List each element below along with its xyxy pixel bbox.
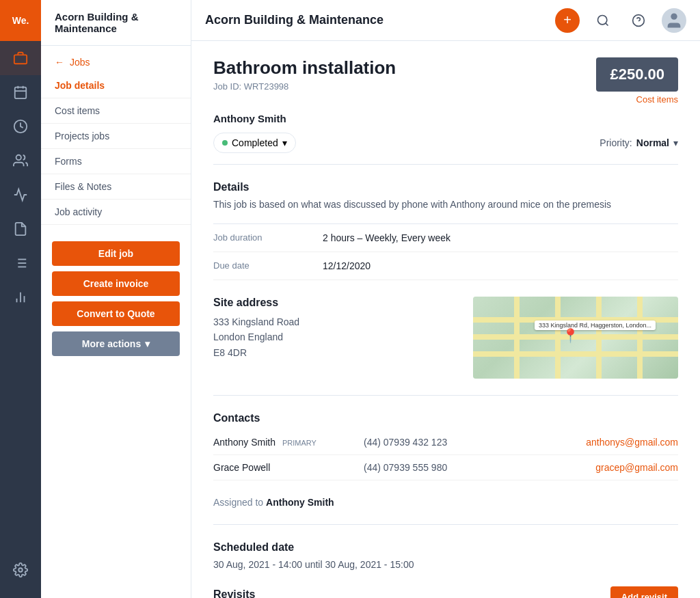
back-arrow: ← xyxy=(55,57,64,68)
job-id: Job ID: WRT23998 xyxy=(213,81,396,92)
due-date-label: Due date xyxy=(213,252,323,280)
nav-users[interactable] xyxy=(0,144,41,178)
contact-email-0[interactable]: anthonys@gmail.com xyxy=(586,437,678,448)
info-grid: Job duration 2 hours – Weekly, Every wee… xyxy=(213,223,678,280)
sidebar-item-files-notes[interactable]: Files & Notes xyxy=(41,174,191,200)
edit-job-button[interactable]: Edit job xyxy=(52,241,180,266)
contact-email-1[interactable]: gracep@gmail.com xyxy=(595,462,678,473)
add-revisit-button[interactable]: Add revisit xyxy=(610,586,678,598)
status-label: Completed xyxy=(232,137,278,148)
job-price: £250.00 xyxy=(596,57,678,92)
scheduled-section: Scheduled date 30 Aug, 2021 - 14:00 unti… xyxy=(213,541,678,570)
priority-label: Priority: xyxy=(600,137,632,148)
app-logo: We. xyxy=(0,0,41,41)
job-title-block: Bathroom installation Job ID: WRT23998 xyxy=(213,57,396,92)
assigned-row: Assigned to Anthony Smith xyxy=(213,497,678,525)
scheduled-date: 30 Aug, 2021 - 14:00 until 30 Aug, 2021 … xyxy=(213,559,678,570)
nav-list[interactable] xyxy=(0,246,41,280)
details-description: This job is based on what was discussed … xyxy=(213,199,678,210)
svg-point-21 xyxy=(671,13,677,19)
topbar: Acorn Building & Maintenance + xyxy=(191,0,700,41)
map: 333 Kingsland Rd, Haggerston, London... … xyxy=(473,297,678,379)
topbar-company: Acorn Building & Maintenance xyxy=(205,13,544,27)
status-badge[interactable]: Completed ▾ xyxy=(213,133,296,153)
svg-rect-1 xyxy=(15,87,27,99)
create-invoice-button[interactable]: Create invoice xyxy=(52,271,180,296)
details-title: Details xyxy=(213,181,678,193)
sidebar: Acorn Building & Maintenance ← Jobs Job … xyxy=(41,0,191,598)
sidebar-item-job-details[interactable]: Job details xyxy=(41,73,191,98)
duration-label: Job duration xyxy=(213,224,323,252)
nav-briefcase[interactable] xyxy=(0,41,41,75)
nav-analytics[interactable] xyxy=(0,280,41,314)
svg-point-6 xyxy=(16,155,21,160)
main-content: Acorn Building & Maintenance + Bathroom … xyxy=(191,0,700,598)
address-line1: 333 Kingsland Road xyxy=(213,314,457,329)
contacts-section: Contacts Anthony Smith PRIMARY (44) 0793… xyxy=(213,412,678,480)
nav-calendar[interactable] xyxy=(0,75,41,109)
help-icon[interactable] xyxy=(626,8,651,33)
company-name: Acorn Building & Maintenance xyxy=(41,0,191,46)
assigned-label: Assigned to xyxy=(213,497,263,508)
user-avatar[interactable] xyxy=(662,8,686,33)
duration-value: 2 hours – Weekly, Every week xyxy=(323,224,678,252)
revisits-section: Revisits Add revisit DATE DURATION ASSIG… xyxy=(213,586,678,598)
nav-reports[interactable] xyxy=(0,178,41,212)
contact-row-0: Anthony Smith PRIMARY (44) 07939 432 123… xyxy=(213,430,678,455)
address-line2: London England xyxy=(213,329,457,344)
add-button[interactable]: + xyxy=(555,8,580,33)
contact-row-1: Grace Powell (44) 07939 555 980 gracep@g… xyxy=(213,455,678,480)
revisits-title: Revisits xyxy=(213,588,255,599)
job-price-block: £250.00 Cost items xyxy=(596,57,678,105)
priority-value: Normal xyxy=(636,137,669,148)
contact-phone-0: (44) 07939 432 123 xyxy=(364,437,586,448)
job-title: Bathroom installation xyxy=(213,57,396,79)
scheduled-title: Scheduled date xyxy=(213,541,678,554)
site-address-section: Site address 333 Kingsland Road London E… xyxy=(213,297,678,396)
more-actions-label: More actions xyxy=(82,338,141,349)
assigned-person: Anthony Smith xyxy=(266,497,334,508)
contacts-title: Contacts xyxy=(213,412,678,424)
job-header: Bathroom installation Job ID: WRT23998 £… xyxy=(213,57,678,105)
status-row: Completed ▾ Priority: Normal ▾ xyxy=(213,133,678,165)
sidebar-actions: Edit job Create invoice Convert to Quote… xyxy=(41,230,191,367)
contact-name-1: Grace Powell xyxy=(213,462,364,473)
convert-to-quote-button[interactable]: Convert to Quote xyxy=(52,301,180,326)
due-date-value: 12/12/2020 xyxy=(323,252,678,280)
svg-point-16 xyxy=(18,568,23,572)
assignee-name: Anthony Smith xyxy=(213,113,678,124)
map-pin-icon: 📍 xyxy=(562,327,579,344)
status-dot xyxy=(222,140,228,146)
sidebar-item-projects-jobs[interactable]: Projects jobs xyxy=(41,124,191,149)
sidebar-item-job-activity[interactable]: Job activity xyxy=(41,200,191,225)
chevron-down-icon: ▾ xyxy=(145,338,150,349)
more-actions-button[interactable]: More actions ▾ xyxy=(52,331,180,356)
revisits-header: Revisits Add revisit xyxy=(213,586,678,598)
priority-row: Priority: Normal ▾ xyxy=(600,137,678,148)
svg-point-17 xyxy=(598,15,607,24)
nav-documents[interactable] xyxy=(0,212,41,246)
cost-items-link[interactable]: Cost items xyxy=(596,94,678,105)
svg-rect-0 xyxy=(14,55,27,64)
status-chevron-icon: ▾ xyxy=(282,137,287,148)
contact-tag-0: PRIMARY xyxy=(282,439,317,447)
sidebar-item-cost-items[interactable]: Cost items xyxy=(41,98,191,124)
address-text: Site address 333 Kingsland Road London E… xyxy=(213,297,457,379)
nav-clock[interactable] xyxy=(0,109,41,144)
nav-settings[interactable] xyxy=(0,553,41,587)
back-to-jobs[interactable]: ← Jobs xyxy=(41,46,191,73)
map-label: 333 Kingsland Rd, Haggerston, London... xyxy=(535,321,656,330)
details-section: Details This job is based on what was di… xyxy=(213,181,678,210)
svg-line-18 xyxy=(606,23,608,25)
content-area: Bathroom installation Job ID: WRT23998 £… xyxy=(191,41,700,598)
contact-name-0: Anthony Smith PRIMARY xyxy=(213,437,364,448)
icon-nav: We. xyxy=(0,0,41,598)
site-address-title: Site address xyxy=(213,297,457,309)
map-background: 333 Kingsland Rd, Haggerston, London... … xyxy=(473,297,678,379)
back-label: Jobs xyxy=(70,57,90,68)
search-icon[interactable] xyxy=(591,8,615,33)
contact-phone-1: (44) 07939 555 980 xyxy=(364,462,595,473)
address-line3: E8 4DR xyxy=(213,345,457,360)
priority-chevron-icon[interactable]: ▾ xyxy=(673,137,678,148)
sidebar-item-forms[interactable]: Forms xyxy=(41,149,191,174)
